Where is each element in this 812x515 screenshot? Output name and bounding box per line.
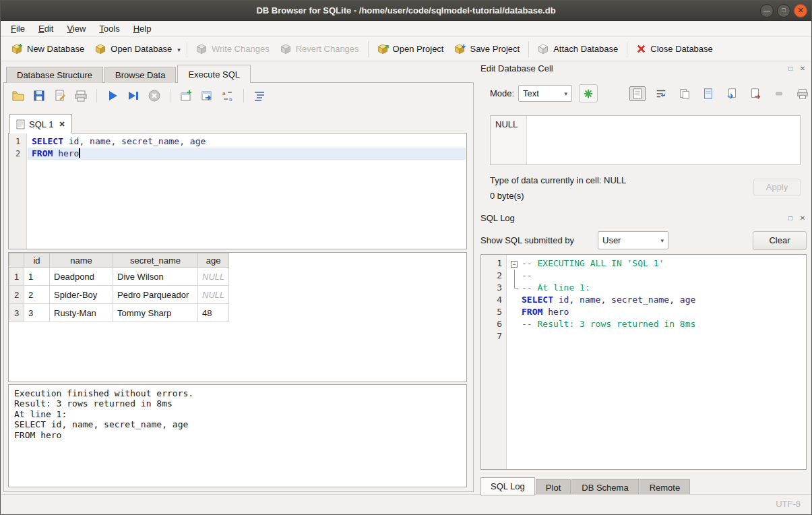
cell-name[interactable]: Rusty-Man bbox=[50, 304, 113, 322]
cell-editor-toolbar bbox=[629, 86, 811, 101]
column-header-secret-name[interactable]: secret_name bbox=[113, 253, 198, 268]
message-line: Result: 3 rows returned in 8ms bbox=[14, 398, 461, 408]
cell-secret-name[interactable]: Pedro Parqueador bbox=[113, 286, 198, 304]
export-sql-icon[interactable] bbox=[53, 88, 67, 103]
execute-sql-panel: ab SQL 1 ✕ 1 SELECT id, name, secret_nam… bbox=[3, 82, 474, 492]
statusbar: UTF-8 bbox=[1, 494, 811, 514]
print-sql-icon[interactable] bbox=[73, 88, 88, 103]
close-database-label: Close Database bbox=[650, 44, 713, 54]
menu-edit[interactable]: Edit bbox=[32, 22, 60, 35]
close-window-button[interactable]: ✕ bbox=[794, 4, 807, 18]
execute-current-line-icon[interactable] bbox=[126, 88, 141, 103]
cell-name[interactable]: Spider-Boy bbox=[50, 286, 113, 304]
stop-execution-icon[interactable] bbox=[147, 88, 162, 103]
open-database-label: Open Database bbox=[111, 44, 172, 54]
menu-tools[interactable]: Tools bbox=[92, 22, 126, 35]
fold-guide-end bbox=[509, 282, 520, 294]
save-data-icon[interactable] bbox=[700, 86, 716, 101]
cell-editor[interactable]: NULL bbox=[490, 115, 801, 165]
new-database-button[interactable]: New Database bbox=[6, 40, 90, 57]
log-comment: -- At line 1: bbox=[522, 282, 806, 294]
new-database-label: New Database bbox=[27, 44, 84, 54]
close-panel-icon[interactable]: ✕ bbox=[799, 65, 807, 73]
format-sql-icon[interactable] bbox=[252, 88, 267, 103]
editor-line-2-current: 2 FROM hero bbox=[9, 148, 466, 160]
float-panel-icon[interactable]: □ bbox=[786, 65, 794, 73]
column-header-age[interactable]: age bbox=[198, 253, 229, 268]
mode-select[interactable]: Text ▾ bbox=[518, 85, 572, 102]
cell-id[interactable]: 3 bbox=[24, 304, 50, 322]
copy-data-icon[interactable] bbox=[677, 86, 693, 101]
sql-editor[interactable]: 1 SELECT id, name, secret_name, age 2 FR… bbox=[8, 133, 467, 249]
row-number[interactable]: 1 bbox=[9, 268, 24, 286]
edit-cell-settings-button[interactable] bbox=[579, 84, 598, 102]
import-data-icon[interactable] bbox=[724, 86, 740, 101]
set-null-icon[interactable] bbox=[771, 86, 787, 101]
save-project-label: Save Project bbox=[470, 44, 520, 54]
close-sql-tab-icon[interactable]: ✕ bbox=[59, 120, 65, 129]
attach-database-button[interactable]: Attach Database bbox=[532, 40, 623, 57]
apply-button[interactable]: Apply bbox=[753, 179, 801, 196]
column-header-name[interactable]: name bbox=[50, 253, 113, 268]
close-database-button[interactable]: Close Database bbox=[631, 41, 718, 57]
column-header-id[interactable]: id bbox=[24, 253, 50, 268]
open-database-button[interactable]: Open Database bbox=[90, 40, 177, 57]
open-sql-file-icon[interactable] bbox=[11, 88, 26, 103]
cell-age[interactable]: 48 bbox=[198, 304, 229, 322]
text-mode-icon[interactable] bbox=[629, 86, 646, 101]
line-number: 2 bbox=[9, 148, 27, 160]
float-panel-icon[interactable]: □ bbox=[786, 214, 794, 222]
write-changes-button[interactable]: Write Changes bbox=[191, 40, 275, 57]
edit-cell-dock-buttons: □ ✕ bbox=[786, 65, 807, 73]
collapse-icon[interactable]: − bbox=[511, 261, 518, 268]
revert-changes-button[interactable]: Revert Changes bbox=[275, 40, 365, 57]
menu-file[interactable]: File bbox=[4, 22, 32, 35]
svg-text:a: a bbox=[222, 90, 226, 96]
dock-tab-remote[interactable]: Remote bbox=[639, 479, 691, 495]
log-line-number: 5 bbox=[481, 306, 502, 318]
encoding-indicator[interactable]: UTF-8 bbox=[776, 495, 801, 514]
word-wrap-icon[interactable] bbox=[653, 86, 669, 101]
cell-age[interactable]: NULL bbox=[198, 268, 229, 286]
minimize-button[interactable]: — bbox=[760, 4, 774, 18]
execute-all-icon[interactable] bbox=[105, 88, 120, 103]
dock-tab-plot[interactable]: Plot bbox=[536, 479, 571, 495]
new-sql-tab-icon[interactable] bbox=[179, 88, 193, 103]
menu-help[interactable]: Help bbox=[127, 22, 158, 35]
sql-toolbar: ab bbox=[11, 88, 267, 103]
row-number[interactable]: 2 bbox=[9, 286, 24, 304]
print-cell-icon[interactable] bbox=[794, 86, 811, 101]
sql-editor-tab[interactable]: SQL 1 ✕ bbox=[9, 114, 72, 133]
dock-tab-sql-log[interactable]: SQL Log bbox=[480, 477, 535, 495]
open-database-dropdown[interactable]: ▾ bbox=[177, 44, 183, 55]
tab-browse-data[interactable]: Browse Data bbox=[104, 67, 176, 83]
cell-age[interactable]: NULL bbox=[198, 286, 229, 304]
save-sql-file-icon[interactable] bbox=[32, 88, 46, 103]
row-number[interactable]: 3 bbox=[9, 304, 24, 322]
mode-value: Text bbox=[523, 88, 539, 98]
sql-log-dock-buttons: □ ✕ bbox=[786, 214, 807, 222]
find-replace-icon[interactable]: ab bbox=[220, 88, 235, 103]
sql-tab-label: SQL 1 bbox=[29, 119, 53, 129]
cell-secret-name[interactable]: Tommy Sharp bbox=[113, 304, 198, 322]
tab-execute-sql[interactable]: Execute SQL bbox=[177, 65, 251, 83]
export-data-icon[interactable] bbox=[747, 86, 763, 101]
cell-size-info: 0 byte(s) bbox=[490, 191, 524, 201]
open-project-button[interactable]: Open Project bbox=[372, 40, 449, 57]
cell-name[interactable]: Deadpond bbox=[50, 268, 113, 286]
maximize-button[interactable]: □ bbox=[777, 4, 790, 18]
open-sql-tab-icon[interactable] bbox=[199, 88, 214, 103]
cell-secret-name[interactable]: Dive Wilson bbox=[113, 268, 198, 286]
titlebar[interactable]: DB Browser for SQLite - /home/user/code/… bbox=[1, 1, 811, 21]
cell-id[interactable]: 1 bbox=[24, 268, 50, 286]
save-project-button[interactable]: Save Project bbox=[449, 40, 525, 57]
cell-id[interactable]: 2 bbox=[24, 286, 50, 304]
close-panel-icon[interactable]: ✕ bbox=[799, 214, 807, 222]
clear-log-button[interactable]: Clear bbox=[753, 231, 807, 250]
fold-marker[interactable]: − bbox=[509, 258, 520, 270]
menu-view[interactable]: View bbox=[60, 22, 92, 35]
sql-log-filter-select[interactable]: User ▾ bbox=[598, 231, 668, 249]
dock-tab-db-schema[interactable]: DB Schema bbox=[571, 479, 638, 495]
sql-keyword: FROM bbox=[522, 307, 542, 317]
tab-database-structure[interactable]: Database Structure bbox=[6, 67, 103, 83]
